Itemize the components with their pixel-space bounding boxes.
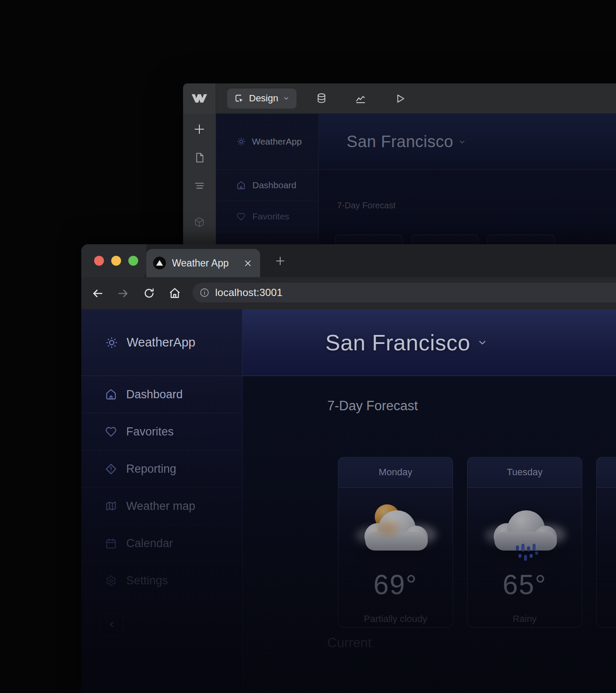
- app-main: San Francisco 7-Day Forecast Monday: [243, 309, 616, 693]
- canvas-app-header: San Francisco: [319, 114, 616, 170]
- sidebar-item-reporting[interactable]: Reporting: [81, 450, 242, 488]
- home-button[interactable]: [165, 284, 184, 303]
- canvas-brand-label: WeatherApp: [252, 136, 302, 147]
- sidebar-item-label: Dashboard: [126, 388, 183, 401]
- url-text[interactable]: localhost:3001: [215, 287, 283, 299]
- analytics-icon[interactable]: [352, 90, 369, 107]
- forecast-section-title: 7-Day Forecast: [327, 398, 418, 414]
- canvas-location-title: San Francisco: [346, 133, 453, 151]
- url-bar[interactable]: localhost:3001: [192, 283, 616, 302]
- weather-icon-zone: [355, 499, 436, 563]
- chevron-down-icon: [283, 95, 290, 102]
- current-section-title: Current: [327, 635, 371, 651]
- app-logo: WeatherApp: [81, 309, 242, 376]
- map-icon: [105, 500, 117, 512]
- forecast-card-header: Monday: [338, 457, 453, 488]
- canvas-nav-favorites: Favorites: [216, 201, 318, 232]
- tab-favicon-icon: [153, 257, 166, 270]
- add-element-icon[interactable]: [191, 121, 208, 138]
- sidebar-item-favorites[interactable]: Favorites: [81, 413, 242, 450]
- heart-icon: [105, 426, 117, 438]
- design-mode-label: Design: [249, 93, 278, 104]
- canvas-nav-label: Favorites: [252, 211, 289, 222]
- weather-app-page: WeatherApp Dashboard Favorites: [81, 309, 616, 693]
- selector-icon: [234, 93, 244, 104]
- design-tool-actions: [313, 90, 409, 107]
- home-icon: [237, 181, 246, 190]
- sidebar-item-calendar[interactable]: Calendar: [81, 525, 242, 562]
- webflow-logo[interactable]: [183, 83, 216, 114]
- chevron-down-icon: [459, 138, 466, 146]
- canvas-nav-dashboard: Dashboard: [216, 170, 318, 201]
- components-icon[interactable]: [191, 214, 208, 231]
- navigator-icon[interactable]: [191, 177, 208, 194]
- app-body: 7-Day Forecast Monday: [243, 376, 616, 693]
- temperature-value: 69°: [373, 569, 418, 601]
- sidebar-item-label: Reporting: [126, 462, 176, 476]
- minimize-window-button[interactable]: [111, 256, 121, 266]
- weather-icon-zone: [484, 499, 566, 563]
- zoom-window-button[interactable]: [128, 256, 138, 266]
- sun-behind-cloud-icon: [359, 504, 432, 557]
- site-info-icon[interactable]: [199, 287, 210, 298]
- browser-window: Weather App: [81, 244, 616, 693]
- location-selector[interactable]: San Francisco: [326, 309, 488, 376]
- forecast-card-monday[interactable]: Monday 69°: [338, 457, 453, 628]
- calendar-icon: [105, 538, 117, 549]
- preview-play-icon[interactable]: [391, 90, 409, 107]
- tab-close-icon[interactable]: [242, 258, 253, 269]
- chevron-down-icon: [477, 338, 487, 348]
- forecast-cards-row: Monday 69°: [338, 457, 616, 628]
- heart-icon: [237, 212, 246, 221]
- condition-label: Rainy: [512, 613, 536, 625]
- app-header: San Francisco: [243, 309, 616, 376]
- forecast-card-header: [597, 457, 616, 488]
- location-title: San Francisco: [326, 330, 471, 355]
- sidebar-item-weather-map[interactable]: Weather map: [81, 488, 242, 525]
- rain-cloud-icon: [489, 504, 561, 557]
- tab-title: Weather App: [172, 258, 229, 269]
- canvas-location-selector: San Francisco: [346, 114, 466, 170]
- window-controls: [81, 244, 146, 277]
- browser-tab[interactable]: Weather App: [146, 249, 260, 277]
- back-button[interactable]: [88, 284, 107, 303]
- alert-diamond-icon: [105, 463, 117, 475]
- rain-drops: [516, 544, 540, 560]
- design-mode-button[interactable]: Design: [227, 89, 296, 109]
- forecast-card-tuesday[interactable]: Tuesday: [467, 457, 582, 628]
- day-label: Monday: [379, 467, 412, 478]
- sidebar-item-label: Calendar: [126, 537, 173, 550]
- gear-icon: [105, 575, 117, 586]
- sidebar-item-dashboard[interactable]: Dashboard: [81, 376, 242, 413]
- design-tool-toolbar: Design: [183, 83, 616, 114]
- sidebar-item-settings[interactable]: Settings: [81, 562, 242, 599]
- reload-button[interactable]: [139, 284, 158, 303]
- screenshot-stage: Design: [0, 0, 616, 693]
- home-icon: [105, 389, 117, 400]
- brand-label: WeatherApp: [127, 335, 195, 349]
- chevron-left-icon: [107, 620, 116, 629]
- new-tab-button[interactable]: [275, 255, 286, 267]
- sidebar-item-label: Favorites: [126, 425, 174, 438]
- sidebar-item-label: Weather map: [126, 500, 195, 513]
- sidebar-item-label: Settings: [126, 574, 168, 587]
- browser-tabstrip: Weather App: [81, 244, 616, 277]
- forecast-card-partial[interactable]: [596, 457, 616, 628]
- pages-icon[interactable]: [191, 149, 208, 166]
- forward-button[interactable]: [114, 284, 133, 303]
- browser-toolbar: localhost:3001: [81, 277, 616, 309]
- day-label: Tuesday: [507, 467, 543, 478]
- sun-icon: [237, 137, 246, 146]
- canvas-nav-label: Dashboard: [252, 180, 296, 190]
- sidebar-collapse-button[interactable]: [100, 613, 123, 636]
- app-sidebar: WeatherApp Dashboard Favorites: [81, 309, 243, 693]
- condition-label: Partially cloudy: [364, 613, 427, 625]
- temperature-value: 65°: [503, 569, 547, 601]
- database-icon[interactable]: [313, 90, 330, 107]
- close-window-button[interactable]: [94, 256, 104, 266]
- canvas-app-logo: WeatherApp: [216, 114, 318, 170]
- w-logo-icon: [192, 93, 207, 104]
- forecast-card-header: Tuesday: [468, 457, 582, 488]
- canvas-forecast-title: 7-Day Forecast: [337, 201, 396, 210]
- sun-icon: [105, 336, 118, 349]
